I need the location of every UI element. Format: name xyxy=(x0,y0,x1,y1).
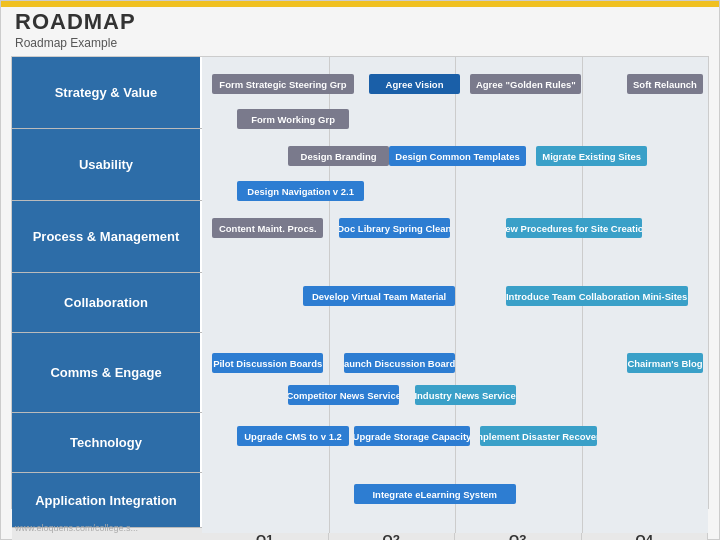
task-collaboration-1: Introduce Team Collaboration Mini-Sites xyxy=(506,286,688,306)
task-strategy-4: Soft Relaunch xyxy=(627,74,703,94)
row-technology: TechnologyUpgrade CMS to v 1.2Upgrade St… xyxy=(12,413,708,473)
roadmap-container: Strategy & ValueForm Strategic Steering … xyxy=(11,56,709,509)
label-usability: Usability xyxy=(12,129,202,200)
task-comms-1: Launch Discussion Boards xyxy=(344,353,455,373)
task-strategy-0: Form Strategic Steering Grp xyxy=(212,74,354,94)
task-technology-1: Upgrade Storage Capacity xyxy=(354,426,470,446)
task-comms-0: Pilot Discussion Boards xyxy=(212,353,323,373)
content-comms: Pilot Discussion BoardsLaunch Discussion… xyxy=(202,333,708,413)
task-collaboration-0: Develop Virtual Team Material xyxy=(303,286,455,306)
task-comms-2: Chairman's Blog xyxy=(627,353,703,373)
task-technology-0: Upgrade CMS to v 1.2 xyxy=(237,426,348,446)
content-technology: Upgrade CMS to v 1.2Upgrade Storage Capa… xyxy=(202,413,708,473)
task-comms-3: Competitor News Service xyxy=(288,385,399,405)
quarter-divider-3 xyxy=(582,473,583,533)
task-process-1: Doc Library Spring Clean xyxy=(339,218,450,238)
row-strategy: Strategy & ValueForm Strategic Steering … xyxy=(12,57,708,129)
content-process: Content Maint. Procs.Doc Library Spring … xyxy=(202,201,708,273)
task-strategy-1: Form Working Grp xyxy=(237,109,348,129)
task-usability-2: Migrate Existing Sites xyxy=(536,146,647,166)
task-usability-0: Design Branding xyxy=(288,146,389,166)
watermark: www.eloquens.com/college.s... xyxy=(15,523,138,533)
quarter-divider-3 xyxy=(582,333,583,413)
page: ROADMAP Roadmap Example Strategy & Value… xyxy=(0,0,720,540)
quarter-divider-3 xyxy=(582,57,583,129)
quarter-divider-1 xyxy=(329,473,330,533)
row-application: Application IntegrationIntegrate eLearni… xyxy=(12,473,708,528)
row-comms: Comms & EngagePilot Discussion BoardsLau… xyxy=(12,333,708,413)
content-application: Integrate eLearning System xyxy=(202,473,708,533)
task-strategy-3: Agree "Golden Rules" xyxy=(470,74,581,94)
task-technology-2: Implement Disaster Recovery xyxy=(480,426,596,446)
subtitle: Roadmap Example xyxy=(15,36,136,50)
content-strategy: Form Strategic Steering GrpForm Working … xyxy=(202,57,708,129)
task-usability-1: Design Common Templates xyxy=(389,146,526,166)
label-strategy: Strategy & Value xyxy=(12,57,202,128)
row-collaboration: CollaborationDevelop Virtual Team Materi… xyxy=(12,273,708,333)
label-technology: Technology xyxy=(12,413,202,472)
header: ROADMAP Roadmap Example xyxy=(15,9,136,50)
label-application: Application Integration xyxy=(12,473,202,527)
row-usability: UsabilityDesign BrandingDesign Common Te… xyxy=(12,129,708,201)
label-comms: Comms & Engage xyxy=(12,333,202,412)
quarter-divider-2 xyxy=(455,201,456,273)
content-usability: Design BrandingDesign Common TemplatesMi… xyxy=(202,129,708,201)
quarter-divider-2 xyxy=(455,273,456,333)
quarter-divider-1 xyxy=(329,201,330,273)
task-usability-3: Design Navigation v 2.1 xyxy=(237,181,364,201)
task-process-2: New Procedures for Site Creation xyxy=(506,218,643,238)
top-border xyxy=(1,1,719,7)
task-comms-4: Industry News Service xyxy=(415,385,516,405)
row-process: Process & ManagementContent Maint. Procs… xyxy=(12,201,708,273)
label-process: Process & Management xyxy=(12,201,202,272)
task-application-0: Integrate eLearning System xyxy=(354,484,516,504)
label-collaboration: Collaboration xyxy=(12,273,202,332)
content-collaboration: Develop Virtual Team MaterialIntroduce T… xyxy=(202,273,708,333)
task-process-0: Content Maint. Procs. xyxy=(212,218,323,238)
main-title: ROADMAP xyxy=(15,9,136,35)
task-strategy-2: Agree Vision xyxy=(369,74,460,94)
